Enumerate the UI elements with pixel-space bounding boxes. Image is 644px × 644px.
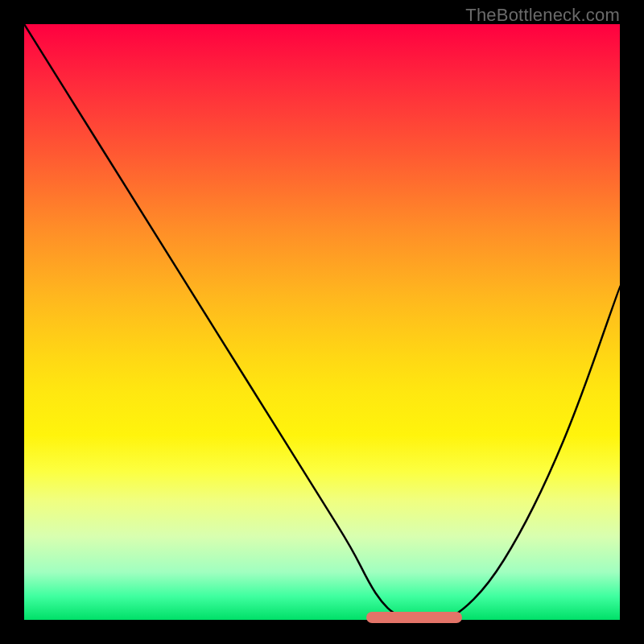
plot-area [24,24,620,620]
bottleneck-curve-path [24,24,620,620]
watermark-text: TheBottleneck.com [465,5,620,26]
flat-minimum-marker [366,612,462,623]
curve-layer [24,24,620,620]
bottleneck-chart: TheBottleneck.com [0,0,644,644]
